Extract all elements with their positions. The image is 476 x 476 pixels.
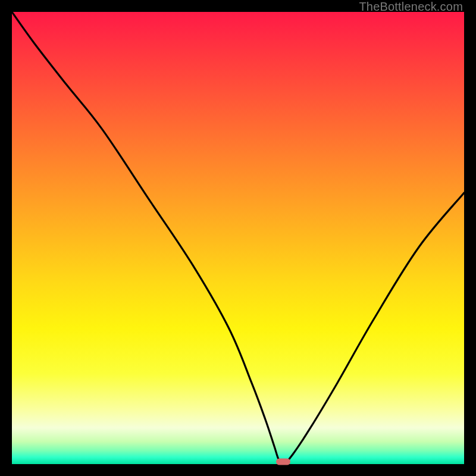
chart-frame <box>12 12 464 464</box>
optimal-marker <box>276 459 290 465</box>
plot-area <box>12 12 464 464</box>
curve-svg <box>12 12 464 464</box>
bottleneck-curve <box>12 12 464 464</box>
